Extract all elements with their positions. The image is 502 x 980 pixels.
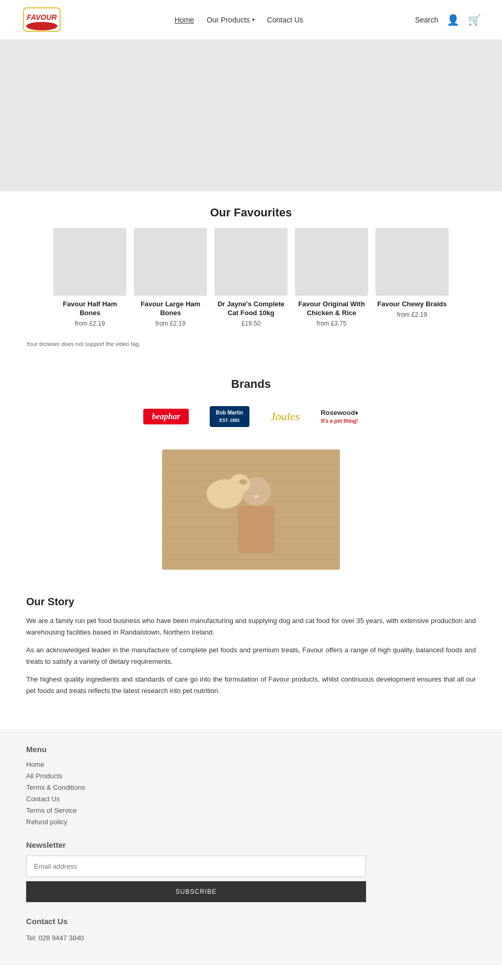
- product-image: [134, 228, 207, 296]
- newsletter-title: Newsletter: [26, 840, 476, 849]
- product-name: Favour Chewy Braids: [375, 300, 449, 309]
- footer-menu-link[interactable]: Refund policy: [26, 818, 67, 826]
- product-card[interactable]: Favour Large Ham Bones from £2.19: [134, 228, 207, 327]
- footer-contact-section: Contact Us Tel: 028 9447 3840: [26, 917, 476, 944]
- products-grid: Favour Half Ham Bones from £2.19 Favour …: [0, 228, 502, 338]
- product-image: [53, 228, 127, 296]
- footer-menu: HomeAll ProductsTerms & ConditionsContac…: [26, 760, 476, 826]
- product-name: Favour Original With Chicken & Rice: [295, 300, 368, 318]
- our-story-section: Our Story We are a family run pet food b…: [0, 580, 502, 724]
- footer-menu-item: Terms & Conditions: [26, 783, 476, 791]
- svg-point-16: [254, 495, 259, 498]
- product-price: from £2.19: [134, 320, 207, 327]
- subscribe-button[interactable]: SUBSCRIBE: [26, 881, 366, 902]
- product-price: from £2.19: [53, 320, 127, 327]
- product-name: Dr Jayne's Complete Cat Food 10kg: [214, 300, 288, 318]
- brand-beaphar[interactable]: beaphar: [143, 407, 188, 426]
- footer-menu-link[interactable]: Terms of Service: [26, 806, 77, 814]
- footer-menu-item: Contact Us: [26, 794, 476, 803]
- our-favourites-section: Our Favourites Favour Half Ham Bones fro…: [0, 191, 502, 352]
- feature-image: [162, 449, 340, 570]
- footer-menu-item: Home: [26, 760, 476, 768]
- svg-rect-12: [238, 506, 275, 553]
- header-icons: Search 👤 🛒: [415, 14, 481, 26]
- product-card[interactable]: Dr Jayne's Complete Cat Food 10kg £19.50: [214, 228, 288, 327]
- story-paragraph: We are a family run pet food business wh…: [26, 615, 476, 638]
- logo-area: FAVOUR: [21, 5, 63, 34]
- footer-menu-item: Refund policy: [26, 817, 476, 826]
- cart-button[interactable]: 🛒: [468, 14, 481, 26]
- product-price: from £2.19: [375, 311, 449, 318]
- footer-menu-title: Menu: [26, 745, 476, 754]
- search-button[interactable]: Search: [415, 16, 438, 24]
- footer-contact-phone: Tel: 028 9447 3840: [26, 932, 476, 944]
- product-name: Favour Half Ham Bones: [53, 300, 127, 318]
- nav-home[interactable]: Home: [175, 16, 194, 24]
- product-card[interactable]: Favour Half Ham Bones from £2.19: [53, 228, 127, 327]
- feature-image-wrapper: [0, 444, 502, 580]
- product-price: from £3.75: [295, 320, 368, 327]
- brands-section: Brands beaphar Bob MartinEST. 1892 Joule…: [0, 352, 502, 444]
- footer-menu-item: All Products: [26, 771, 476, 780]
- footer-menu-link[interactable]: Contact Us: [26, 795, 60, 803]
- favourites-title: Our Favourites: [0, 191, 502, 228]
- video-notice: Your browser does not support the video …: [0, 338, 502, 352]
- newsletter-section: Newsletter SUBSCRIBE: [26, 840, 476, 902]
- main-nav: Home Our Products ▾ Contact Us: [63, 16, 415, 24]
- svg-text:FAVOUR: FAVOUR: [27, 13, 57, 21]
- svg-point-14: [229, 474, 250, 493]
- footer-menu-link[interactable]: Terms & Conditions: [26, 783, 85, 791]
- footer-menu-link[interactable]: Home: [26, 760, 44, 768]
- footer-menu-link[interactable]: All Products: [26, 772, 62, 780]
- product-image: [295, 228, 368, 296]
- nav-our-products[interactable]: Our Products ▾: [207, 16, 254, 24]
- chevron-down-icon: ▾: [252, 17, 255, 22]
- site-footer: Menu HomeAll ProductsTerms & ConditionsC…: [0, 729, 502, 965]
- product-image: [214, 228, 288, 296]
- brand-joules[interactable]: Joules: [270, 407, 300, 426]
- brands-grid: beaphar Bob MartinEST. 1892 Joules Rosew…: [26, 399, 476, 434]
- footer-contact-title: Contact Us: [26, 917, 476, 926]
- brand-rosewood[interactable]: Rosewood♦It's a pet thing!: [321, 407, 358, 426]
- product-card[interactable]: Favour Chewy Braids from £2.19: [375, 228, 449, 327]
- site-header: FAVOUR Home Our Products ▾ Contact Us Se…: [0, 0, 502, 40]
- svg-point-15: [239, 479, 247, 485]
- story-paragraph: The highest quality ingredients and stan…: [26, 674, 476, 697]
- product-price: £19.50: [214, 320, 288, 327]
- product-card[interactable]: Favour Original With Chicken & Rice from…: [295, 228, 368, 327]
- brands-title: Brands: [26, 363, 476, 399]
- nav-contact-us[interactable]: Contact Us: [267, 16, 303, 24]
- email-input[interactable]: [26, 856, 366, 877]
- favour-logo[interactable]: FAVOUR: [21, 5, 63, 34]
- login-button[interactable]: 👤: [447, 14, 460, 26]
- our-story-heading: Our Story: [26, 596, 476, 608]
- hero-banner: [0, 40, 502, 191]
- svg-point-1: [26, 22, 58, 30]
- product-image: [375, 228, 449, 296]
- our-story-paragraphs: We are a family run pet food business wh…: [26, 615, 476, 697]
- product-name: Favour Large Ham Bones: [134, 300, 207, 318]
- story-paragraph: As an acknowledged leader in the manufac…: [26, 644, 476, 667]
- footer-menu-item: Terms of Service: [26, 806, 476, 814]
- brand-bobmartin[interactable]: Bob MartinEST. 1892: [210, 407, 249, 426]
